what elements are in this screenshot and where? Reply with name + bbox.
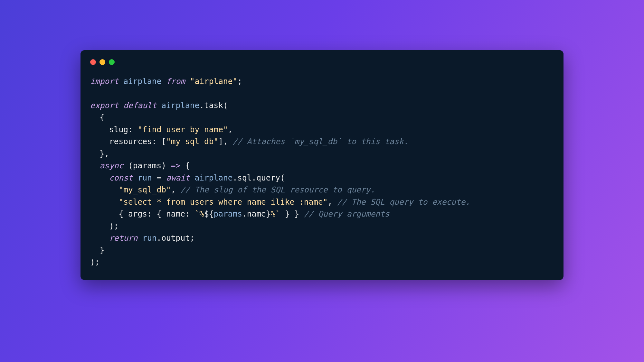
args-object: { args: { name: xyxy=(119,209,195,218)
keyword-await: await xyxy=(166,173,190,182)
keyword-import: import xyxy=(90,77,119,86)
keyword-from: from xyxy=(166,77,185,86)
property-resources: resources: [ xyxy=(109,137,166,146)
code-window: import airplane from "airplane"; export … xyxy=(80,50,564,280)
string-literal: "select * from users where name ilike :n… xyxy=(119,197,328,207)
comment: // Attaches `my_sql_db` to this task. xyxy=(233,137,409,146)
comment: // The SQL query to execute. xyxy=(337,197,470,207)
window-titlebar xyxy=(90,59,554,65)
identifier: params xyxy=(214,209,242,218)
identifier: airplane xyxy=(190,173,233,182)
keyword-default: default xyxy=(123,101,156,110)
arrow-function: => xyxy=(171,161,181,170)
string-literal: "my_sql_db" xyxy=(119,185,171,194)
identifier: airplane xyxy=(161,101,199,110)
maximize-icon[interactable] xyxy=(109,59,115,65)
keyword-const: const xyxy=(109,173,133,182)
method-call: .sql.query( xyxy=(233,173,285,182)
string-literal: "find_user_by_name" xyxy=(138,125,228,134)
keyword-export: export xyxy=(90,101,119,110)
code-block: import airplane from "airplane"; export … xyxy=(90,75,554,268)
comment: // The slug of the SQL resource to query… xyxy=(180,185,375,194)
close-icon[interactable] xyxy=(90,59,96,65)
keyword-return: return xyxy=(109,233,138,243)
template-literal: `% xyxy=(195,209,204,218)
minimize-icon[interactable] xyxy=(99,59,105,65)
keyword-async: async xyxy=(100,161,124,170)
string-literal: "airplane" xyxy=(190,77,238,86)
string-literal: "my_sql_db" xyxy=(166,137,218,146)
method-call: .task( xyxy=(199,101,228,110)
identifier: airplane xyxy=(123,77,161,86)
comment: // Query arguments xyxy=(304,209,390,218)
identifier: run xyxy=(138,233,157,243)
template-literal: %` xyxy=(271,209,280,218)
identifier: run xyxy=(133,173,157,182)
property-slug: slug: xyxy=(109,125,138,134)
